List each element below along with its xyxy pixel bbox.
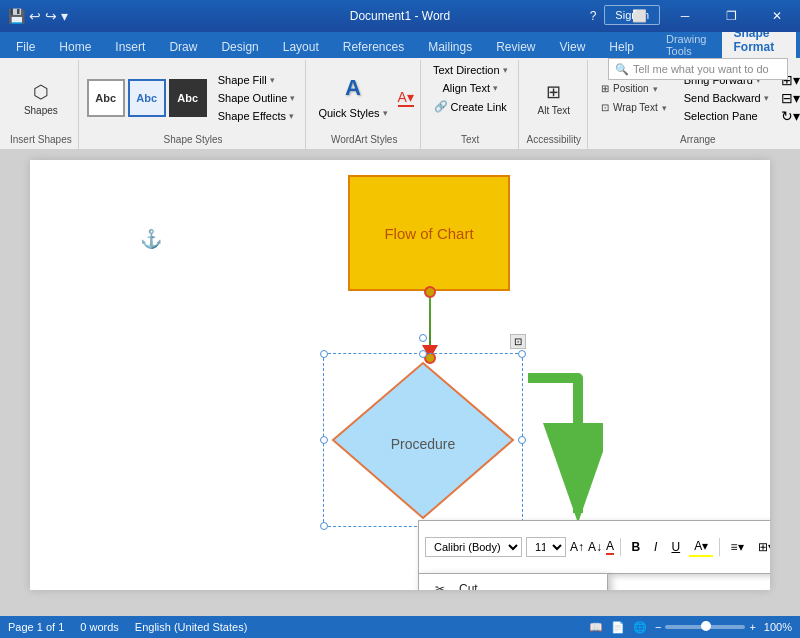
quick-access-toolbar[interactable]: 💾 ↩ ↪ ▾: [8, 8, 68, 24]
minimize-button[interactable]: ─: [662, 0, 708, 32]
redo-icon[interactable]: ↪: [45, 8, 57, 24]
shape-outline-btn[interactable]: Shape Outline ▾: [214, 90, 300, 106]
tab-draw[interactable]: Draw: [157, 36, 209, 58]
zoom-in-icon[interactable]: +: [749, 621, 755, 633]
window-controls[interactable]: ? ⬜ ─ ❐ ✕: [570, 0, 800, 32]
ctx-cut[interactable]: ✂ Cut: [419, 577, 607, 590]
language: English (United States): [135, 621, 248, 633]
increase-font-icon[interactable]: A↑: [570, 540, 584, 554]
highlight-button[interactable]: A▾: [689, 537, 713, 557]
text-dir-arrow: ▾: [503, 65, 508, 75]
send-backward-btn[interactable]: Send Backward ▾: [680, 90, 773, 106]
text-direction-btn[interactable]: Text Direction ▾: [429, 62, 512, 78]
alt-text-icon: ⊞: [546, 81, 561, 103]
bold-button[interactable]: B: [626, 538, 645, 556]
shape-styles-label: Shape Styles: [164, 134, 223, 147]
italic-button[interactable]: I: [649, 538, 662, 556]
document-title: Document1 - Word: [350, 9, 450, 23]
create-link-icon: 🔗: [434, 100, 448, 113]
shapes-button[interactable]: ⬡ Shapes: [19, 78, 63, 119]
diamond-svg: Procedure: [328, 358, 518, 523]
restore-button[interactable]: ❐: [708, 0, 754, 32]
tell-me-placeholder: Tell me what you want to do: [633, 63, 769, 75]
flowchart-text: Flow of Chart: [384, 225, 473, 242]
ribbon-group-accessibility: ⊞ Alt Text Accessibility: [521, 60, 588, 149]
rotate-icon[interactable]: ↻▾: [781, 108, 800, 124]
shapes-label: Shapes: [24, 105, 58, 116]
word-count: 0 words: [80, 621, 119, 633]
close-button[interactable]: ✕: [754, 0, 800, 32]
decrease-font-icon[interactable]: A↓: [588, 540, 602, 554]
help-button[interactable]: ?: [570, 0, 616, 32]
customize-icon[interactable]: ▾: [61, 8, 68, 24]
align-text-btn[interactable]: Align Text ▾: [438, 80, 502, 96]
bullets-button[interactable]: ≡▾: [726, 538, 749, 556]
save-icon[interactable]: 💾: [8, 8, 25, 24]
undo-icon[interactable]: ↩: [29, 8, 41, 24]
ribbon-tab-bar: File Home Insert Draw Design Layout Refe…: [0, 32, 800, 58]
quick-styles-btn[interactable]: Quick Styles ▾: [314, 105, 391, 121]
selection-pane-btn[interactable]: Selection Pane: [680, 108, 773, 124]
font-family-select[interactable]: Calibri (Body): [425, 537, 522, 557]
view-print-icon[interactable]: 📄: [611, 621, 625, 634]
curved-arrow-svg: [518, 358, 603, 533]
shape-effects-btn[interactable]: Shape Effects ▾: [214, 108, 300, 124]
zoom-level[interactable]: 100%: [764, 621, 792, 633]
shape-style-btn-1[interactable]: Abc: [87, 79, 125, 117]
tab-mailings[interactable]: Mailings: [416, 36, 484, 58]
font-color-ft-icon[interactable]: A: [606, 539, 614, 555]
align-text-arrow: ▾: [493, 83, 498, 93]
font-color-btn[interactable]: A▾: [398, 89, 414, 107]
arrow-connector: [420, 291, 440, 359]
tab-file[interactable]: File: [4, 36, 47, 58]
context-menu: ✂ Cut ⧉ Copy 📋 Paste Options: 📋 A Font..…: [418, 573, 608, 590]
wordart-label: WordArt Styles: [331, 134, 398, 147]
create-link-btn[interactable]: 🔗 Create Link: [430, 98, 511, 115]
tab-view[interactable]: View: [548, 36, 598, 58]
zoom-control[interactable]: − + 100%: [655, 621, 792, 633]
underline-button[interactable]: U: [666, 538, 685, 556]
tab-home[interactable]: Home: [47, 36, 103, 58]
send-backward-label: Send Backward: [684, 92, 761, 104]
wrap-text-label: Wrap Text: [613, 102, 658, 113]
text-direction-label: Text Direction: [433, 64, 500, 76]
wrap-text-btn[interactable]: ⊡ Wrap Text ▾: [596, 99, 672, 116]
zoom-out-icon[interactable]: −: [655, 621, 661, 633]
tab-references[interactable]: References: [331, 36, 416, 58]
create-link-label: Create Link: [451, 101, 507, 113]
alt-text-label: Alt Text: [537, 105, 570, 116]
text-group-label: Text: [461, 134, 479, 147]
tab-layout[interactable]: Layout: [271, 36, 331, 58]
view-read-icon[interactable]: 📖: [589, 621, 603, 634]
view-web-icon[interactable]: 🌐: [633, 621, 647, 634]
cut-icon: ✂: [435, 582, 451, 590]
tab-design[interactable]: Design: [209, 36, 270, 58]
numbering-button[interactable]: ⊞▾: [753, 538, 770, 556]
shape-style-btn-3[interactable]: Abc: [169, 79, 207, 117]
tell-me-box[interactable]: 🔍 Tell me what you want to do: [608, 58, 788, 80]
shape-fill-label: Shape Fill: [218, 74, 267, 86]
tab-review[interactable]: Review: [484, 36, 547, 58]
wrap-text-icon: ⊡: [601, 102, 609, 113]
layout-options-icon[interactable]: ⊡: [510, 334, 526, 349]
status-bar: Page 1 of 1 0 words English (United Stat…: [0, 616, 800, 638]
font-size-select[interactable]: 11: [526, 537, 566, 557]
zoom-bar[interactable]: [665, 625, 745, 629]
wordart-a-icon[interactable]: A: [345, 75, 361, 101]
alt-text-btn[interactable]: ⊞ Alt Text: [532, 78, 575, 119]
drawing-tools-label: Drawing Tools: [654, 29, 721, 61]
diamond-shape[interactable]: Procedure: [328, 358, 518, 523]
arrange-label: Arrange: [680, 134, 716, 147]
tab-insert[interactable]: Insert: [103, 36, 157, 58]
svg-text:Procedure: Procedure: [391, 436, 456, 452]
flowchart-box[interactable]: Flow of Chart: [348, 175, 510, 291]
arrow-shaft: [429, 291, 431, 345]
tab-help[interactable]: Help: [597, 36, 646, 58]
shape-style-btn-2[interactable]: Abc: [128, 79, 166, 117]
shape-fill-btn[interactable]: Shape Fill ▾: [214, 72, 300, 88]
group-icon[interactable]: ⊟▾: [781, 90, 800, 106]
position-btn[interactable]: ⊞ Position ▾: [596, 80, 672, 97]
shape-fill-arrow: ▾: [270, 75, 275, 85]
ctx-cut-label: Cut: [459, 582, 478, 590]
ribbon-toggle[interactable]: ⬜: [616, 0, 662, 32]
